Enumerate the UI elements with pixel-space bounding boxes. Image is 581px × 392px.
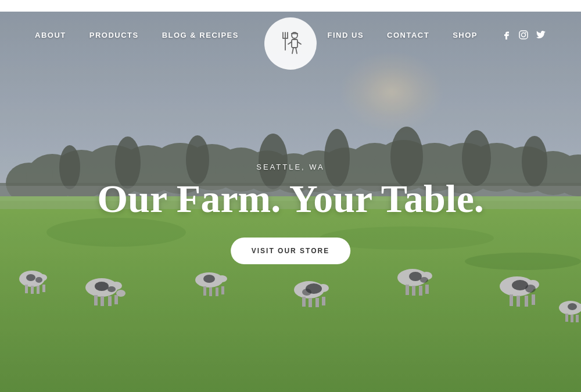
nav-contact[interactable]: CONTACT [387,31,429,39]
hero-section: ABOUT PRODUCTS BLOG & RECIPES [0,12,581,392]
logo-icon [275,28,307,60]
svg-point-106 [525,32,526,33]
svg-point-105 [522,33,526,37]
nav-left: ABOUT PRODUCTS BLOG & RECIPES [35,31,239,39]
hero-content: SEATTLE, WA Our Farm. Your Table. VISIT … [97,163,484,265]
instagram-icon[interactable] [518,30,529,40]
nav-products[interactable]: PRODUCTS [89,31,139,39]
hero-location: SEATTLE, WA [97,163,484,171]
navbar: ABOUT PRODUCTS BLOG & RECIPES [0,12,581,58]
nav-right: FIND US CONTACT SHOP [328,30,546,40]
social-icons [501,30,546,40]
visit-store-button[interactable]: VISIT OUR STORE [231,238,350,264]
nav-find-us[interactable]: FIND US [328,31,364,39]
twitter-icon[interactable] [536,30,546,40]
nav-about[interactable]: ABOUT [35,31,66,39]
logo[interactable] [264,17,317,70]
svg-rect-104 [519,31,528,39]
svg-line-103 [296,48,297,53]
nav-shop[interactable]: SHOP [453,31,478,39]
svg-rect-99 [292,39,297,48]
svg-line-102 [292,48,293,53]
nav-blog-recipes[interactable]: BLOG & RECIPES [162,31,239,39]
hero-title: Our Farm. Your Table. [97,177,484,221]
svg-line-101 [297,42,301,44]
facebook-icon[interactable] [501,30,511,40]
